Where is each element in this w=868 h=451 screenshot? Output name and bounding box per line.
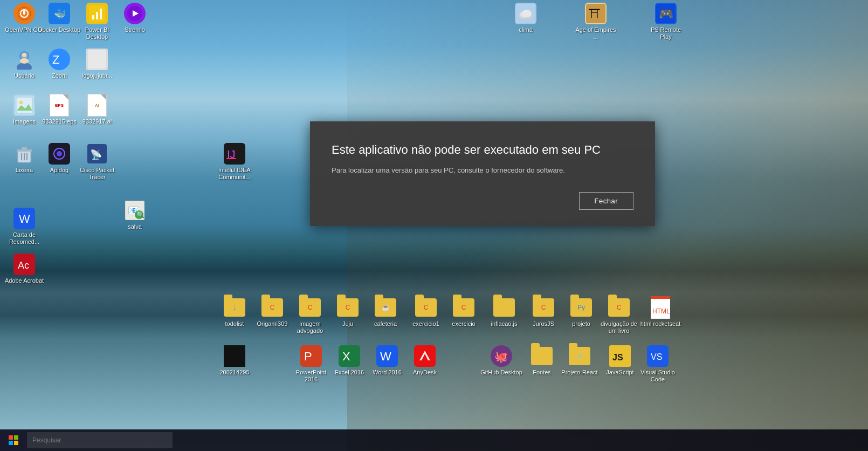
svg-rect-32 [22,147,27,149]
desktop-icon-jurosjs[interactable]: C JurosJS [522,297,565,327]
desktop-icon-juju[interactable]: C Juju [326,297,369,327]
desktop-icon-projeto[interactable]: Py projeto [560,297,603,327]
desktop-icon-salva[interactable]: 📧 🔍 salva [113,200,156,230]
cisco-label: Cisco Packet Tracer [75,167,119,181]
desktop-icon-logojuju[interactable]: logojujubr... [75,49,119,79]
apidog-label: Apidog [50,167,68,174]
desktop-icon-github[interactable]: 🐙 GitHub Desktop [480,345,523,376]
desktop-icon-word[interactable]: W Word 2016 [366,345,409,376]
powerbi-label: Power BI Desktop [75,26,119,40]
desktop-icon-exercicio[interactable]: C exercicio [442,297,485,327]
desktop-icon-fontes[interactable]: Fontes [520,345,563,376]
svg-point-14 [522,10,532,17]
javascript-label: JavaScript [606,369,633,376]
imagens-label: Imagens [13,118,36,125]
svg-rect-73 [14,441,18,445]
desktop-icon-docker[interactable]: 🐳 Docker Desktop [38,3,81,33]
start-button[interactable] [0,429,27,451]
svg-point-38 [57,151,62,156]
200214295-label: 200214295 [219,369,249,376]
svg-rect-2 [23,10,25,15]
desktop-icon-excel[interactable]: X Excel 2016 [328,345,371,376]
svg-rect-8 [100,9,102,19]
taskbar-search-input[interactable] [27,432,173,448]
9332915-label: 9332915.eps [42,118,77,125]
excel-label: Excel 2016 [335,369,364,376]
svg-point-22 [22,53,26,57]
svg-text:W: W [19,212,30,226]
desktop-icon-anydesk[interactable]: AnyDesk [403,345,446,376]
desktop-icon-apidog[interactable]: Apidog [38,143,81,174]
svg-text:HTML: HTML [652,308,670,315]
svg-rect-70 [9,435,13,440]
desktop-icon-cafeteria[interactable]: ☕ cafeteria [364,297,407,327]
exercicio-label: exercicio [452,320,475,327]
word-label: Word 2016 [373,369,402,376]
svg-text:🐳: 🐳 [54,8,66,20]
svg-text:VS: VS [651,352,662,361]
ageofempires-label: Age of Empires ... [574,26,617,40]
9332917-label: 9332917.ai [82,118,112,125]
svg-text:⛩: ⛩ [589,7,601,20]
desktop-icon-powerbi[interactable]: Power BI Desktop [75,3,119,40]
desktop-icon-htmlrocketseat[interactable]: HTML html rocketseat [639,297,682,327]
svg-text:🔍: 🔍 [136,210,144,218]
desktop-icon-divulgacao[interactable]: C divulgação de um livro [597,297,640,334]
divulgacao-label: divulgação de um livro [597,320,640,334]
imagemadvogado-label: imagem advogado [288,320,332,334]
svg-text:JS: JS [612,353,623,362]
desktop-icon-zoom[interactable]: Z Zoom [38,49,81,79]
adobeacrobat-label: Adobe Acrobat [5,277,44,284]
svg-text:Ac: Ac [18,260,29,271]
docker-label: Docker Desktop [38,26,80,33]
clima-label: clima [519,26,533,33]
svg-rect-28 [16,97,32,113]
powerpoint-label: PowerPoint 2016 [290,369,333,383]
origami309-label: Origami309 [257,320,288,327]
desktop-icon-cisco[interactable]: 📡 Cisco Packet Tracer [75,143,119,181]
todolist-label: todolist [225,320,244,327]
intellij-label: IntelliJ IDEA Communit... [213,167,256,181]
svg-point-23 [20,58,29,64]
svg-text:🐙: 🐙 [494,350,508,363]
desktop-icon-origami309[interactable]: C Origami309 [251,297,294,327]
desktop-icon-clima[interactable]: clima [504,3,547,33]
desktop-icon-projetoreact[interactable]: ⚛ Projeto-React [558,345,601,376]
svg-rect-26 [87,50,107,69]
stremio-label: Stremio [125,26,145,33]
lixeira-label: Lixeira [16,167,33,174]
desktop-icon-ageofempires[interactable]: ⛩ Age of Empires ... [574,3,617,40]
desktop-icon-200214295[interactable]: 200214295 [213,345,256,376]
error-dialog: Este aplicativo não pode ser executado e… [310,121,655,226]
svg-text:P: P [304,350,312,363]
desktop-icon-9332915[interactable]: EPS 9332915.eps [38,94,81,125]
projetoreact-label: Projeto-React [561,369,597,376]
desktop-icon-vscode[interactable]: VS Visual Studio Code [636,345,679,383]
desktop-icon-stremio[interactable]: Stremio [113,3,156,33]
cafeteria-label: cafeteria [374,320,397,327]
desktop-icon-carta[interactable]: W Carta de Recomed... [3,208,46,245]
fontes-label: Fontes [533,369,551,376]
desktop-icon-powerpoint[interactable]: P PowerPoint 2016 [290,345,333,383]
taskbar [0,429,868,451]
vscode-label: Visual Studio Code [636,369,679,383]
desktop-icon-imagemadvogado[interactable]: C imagem advogado [288,297,332,334]
desktop-icon-intellij[interactable]: IJ IntelliJ IDEA Communit... [213,143,256,181]
svg-text:📡: 📡 [90,149,102,161]
svg-rect-53 [651,296,670,299]
desktop-icon-todolist[interactable]: ↓ todolist [213,297,256,327]
inflacaojs-label: inflacao.js [491,320,518,327]
desktop-icon-psremote[interactable]: 🎮 PS Remote Play [644,3,687,40]
desktop-icon-javascript[interactable]: JS JavaScript [598,345,642,376]
desktop-icon-inflacaojs[interactable]: JS inflacao.js [483,297,526,327]
desktop-icon-adobeacrobat[interactable]: Ac Adobe Acrobat [3,254,46,284]
salva-label: salva [128,223,142,230]
dialog-footer: Fechar [332,192,633,210]
desktop-icon-exercicio1[interactable]: C exercicio1 [404,297,447,327]
dialog-close-button[interactable]: Fechar [579,192,633,210]
exercicio1-label: exercicio1 [412,320,439,327]
htmlrocketseat-label: html rocketseat [640,320,681,327]
anydesk-label: AnyDesk [413,369,437,376]
desktop-icon-9332917[interactable]: AI 9332917.ai [75,94,119,125]
logojuju-label: logojujubr... [82,72,112,79]
